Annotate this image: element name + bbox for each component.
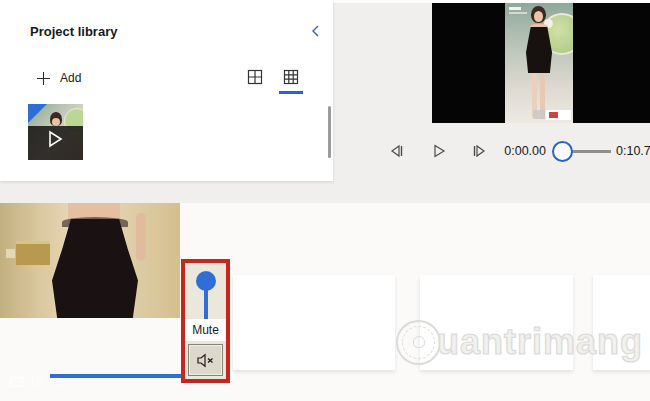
video-watermark-bottom [546,110,571,120]
seek-track[interactable] [572,150,611,153]
previous-frame-button[interactable] [389,143,405,159]
speaker-mute-icon [197,353,215,368]
timeline-empty-slot[interactable] [593,275,650,370]
grid-4x4-icon [283,69,299,85]
library-clip-thumbnail[interactable] [28,104,83,160]
volume-slider-handle[interactable] [196,271,216,291]
timeline-empty-slot[interactable] [420,275,573,370]
seek-handle[interactable] [552,141,573,162]
video-preview [432,3,650,123]
chevron-left-icon [307,22,325,40]
add-button-label: Add [60,71,81,85]
timeline-clip[interactable]: 10.71 [0,203,180,318]
panel-title: Project library [30,24,117,39]
video-editor-window: Project library Add [0,0,650,401]
project-library-panel: Project library Add [0,0,333,181]
play-overlay-icon [47,130,63,148]
clip-selection-bar [50,374,186,378]
volume-slider-track [204,289,208,319]
timeline-empty-slot[interactable] [233,275,395,370]
volume-slider[interactable] [185,263,226,319]
video-watermark-top [509,7,521,10]
editing-area: Trim Split A Text [0,203,650,401]
view-grid-small-button[interactable] [247,69,263,85]
video-frame [505,3,573,123]
play-button[interactable] [431,143,447,159]
collapse-panel-button[interactable] [307,22,325,40]
add-button[interactable]: Add [36,68,81,88]
mute-tooltip: Mute [185,319,226,341]
mute-button[interactable] [188,344,223,376]
volume-popup-annotation: Mute [181,259,230,383]
selected-view-indicator [279,91,303,94]
current-time: 0:00.00 [494,144,546,158]
panel-scrollbar[interactable] [328,106,331,158]
grid-2x2-icon [247,69,263,85]
plus-icon [36,71,51,86]
total-time: 0:10.7 [616,144,650,158]
view-grid-large-button[interactable] [283,69,299,85]
next-frame-button[interactable] [471,143,487,159]
selected-corner-badge [28,104,47,123]
